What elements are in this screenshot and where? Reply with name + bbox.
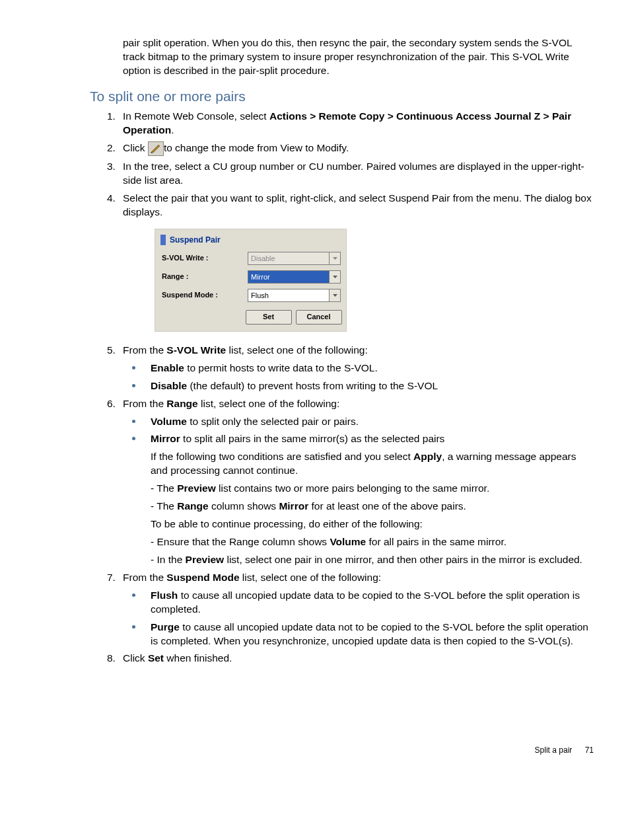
flush-bold: Flush [151,590,178,601]
svol-write-dropdown[interactable]: Disable [248,252,341,265]
p5c: for all pairs in the same mirror. [366,536,507,547]
range-label: Range : [162,272,248,282]
dialog-titlebar: Suspend Pair [155,229,346,249]
step-2: 2. Click to change the mode from View to… [123,141,594,156]
step6-volume: Volume to split only the selected pair o… [124,415,594,429]
svol-write-value: Disable [248,252,329,264]
mirror-bold: Mirror [151,433,180,444]
step6-text-c: list, select one of the following: [198,398,340,409]
step2-text-b: to change the mode from View to Modify. [164,142,349,153]
step-1: 1. In Remote Web Console, select Actions… [123,110,594,137]
mirror-text: to split all pairs in the same mirror(s)… [180,433,445,444]
enable-bold: Enable [151,362,184,373]
step1-text-a: In Remote Web Console, select [123,110,269,122]
page-footer: Split a pair 71 [33,745,597,755]
step7-purge: Purge to cause all uncopied update data … [124,621,594,648]
step8-text-c: when finished. [164,652,232,664]
step8-bold: Set [148,652,164,664]
p1b: Apply [413,451,442,462]
range-row: Range : Mirror [155,268,346,286]
p1a: If the following two conditions are sati… [151,451,413,462]
p6a: - In the [151,554,186,565]
dialog-title: Suspend Pair [170,235,221,245]
step5-bold: S-VOL Write [166,344,226,356]
range-value: Mirror [248,271,329,283]
step2-text-a: Click [123,142,148,153]
disable-text: (the default) to prevent hosts from writ… [187,380,438,391]
bullet-icon [132,625,135,629]
step7-flush: Flush to cause all uncopied update data … [124,589,594,617]
step-6: 6. From the Range list, select one of th… [123,397,594,567]
bullet-icon [132,384,135,387]
step1-text-c: . [171,124,174,135]
flush-text: to cause all uncopied update data to be … [151,590,580,615]
p3d: Mirror [279,500,308,512]
dropdown-arrow-icon [329,271,340,283]
mirror-note-5: - Ensure that the Range column shows Vol… [151,535,594,549]
p2c: list contains two or more pairs belongin… [216,482,489,494]
step7-text-c: list, select one of the following: [240,572,382,583]
step6-bold: Range [166,398,197,409]
volume-bold: Volume [151,416,187,427]
p5b: Volume [330,536,366,547]
section-heading: To split one or more pairs [90,87,597,106]
step3-text: In the tree, select a CU group number or… [123,161,584,186]
suspend-mode-value: Flush [248,289,329,301]
step6-mirror: Mirror to split all pairs in the same mi… [124,432,594,566]
step6-text-a: From the [123,398,166,409]
mirror-note-6: - In the Preview list, select one pair i… [151,553,594,567]
set-button[interactable]: Set [246,310,292,325]
p3b: Range [177,500,208,512]
bullet-icon [132,437,135,440]
step5-text-c: list, select one of the following: [226,344,368,356]
dropdown-arrow-icon [329,252,340,264]
disable-bold: Disable [151,380,187,391]
svol-write-row: S-VOL Write : Disable [155,249,346,268]
suspend-pair-dialog: Suspend Pair S-VOL Write : Disable Range… [155,229,347,332]
p2b: Preview [177,482,216,494]
bullet-icon [132,366,135,369]
mirror-note-4: To be able to continue processing, do ei… [151,517,594,531]
step5-text-a: From the [123,344,166,356]
cancel-button[interactable]: Cancel [296,310,342,325]
volume-text: to split only the selected pair or pairs… [187,416,359,427]
step-5: 5. From the S-VOL Write list, select one… [123,344,594,393]
title-marker-icon [160,235,166,245]
footer-page: 71 [585,745,594,755]
suspend-mode-row: Suspend Mode : Flush [155,286,346,305]
step5-enable: Enable to permit hosts to write data to … [124,362,594,375]
step-4: 4. Select the pair that you want to spli… [123,192,594,332]
p3a: - The [151,500,177,512]
p6b: Preview [186,554,225,565]
p3e: for at least one of the above pairs. [308,500,466,512]
step4-text: Select the pair that you want to split, … [123,192,592,217]
purge-text: to cause all uncopied update data not to… [151,621,588,646]
suspend-mode-dropdown[interactable]: Flush [248,289,341,302]
p3c: column shows [209,500,279,512]
step-7: 7. From the Suspend Mode list, select on… [123,571,594,648]
p6c: list, select one pair in one mirror, and… [224,554,582,565]
mirror-note-2: - The Preview list contains two or more … [151,482,594,496]
range-dropdown[interactable]: Mirror [248,270,341,284]
step7-text-a: From the [123,572,166,583]
step8-text-a: Click [123,652,148,664]
svol-write-label: S-VOL Write : [162,253,248,263]
step-8: 8. Click Set when finished. [123,652,594,666]
step-3: 3. In the tree, select a CU group number… [123,160,594,188]
mirror-note-1: If the following two conditions are sati… [151,450,594,478]
enable-text: to permit hosts to write data to the S-V… [184,362,378,373]
footer-section: Split a pair [535,745,573,755]
step7-bold: Suspend Mode [166,572,239,583]
intro-paragraph: pair split operation. When you do this, … [123,36,594,78]
step5-disable: Disable (the default) to prevent hosts f… [124,379,594,393]
bullet-icon [132,420,135,423]
p2a: - The [151,482,177,494]
purge-bold: Purge [151,621,180,632]
p5a: - Ensure that the Range column shows [151,536,330,547]
bullet-icon [132,593,135,597]
dropdown-arrow-icon [329,289,340,301]
suspend-mode-label: Suspend Mode : [162,290,248,300]
edit-mode-icon [148,141,164,156]
mirror-note-3: - The Range column shows Mirror for at l… [151,500,594,514]
